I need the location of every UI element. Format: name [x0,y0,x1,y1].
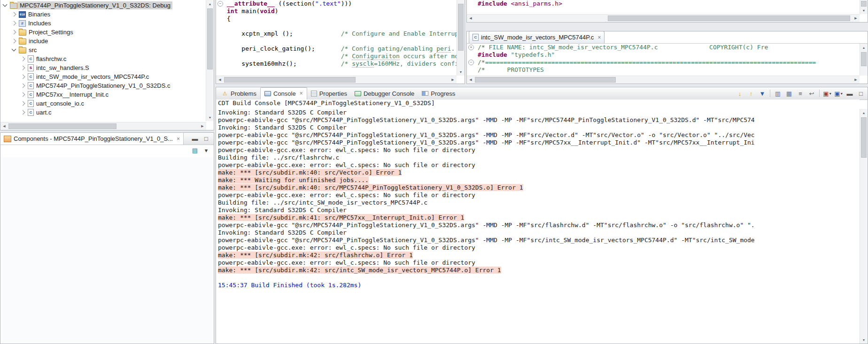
display-selected-console-button[interactable]: ▣▾ [822,89,832,98]
editor-right-top-code[interactable]: #include <ansi_parms.h> [467,0,860,14]
expand-arrow-icon[interactable] [12,30,16,35]
tree-item-mpc57xx-interrupt-init-c[interactable]: MPC57xx__Interrupt_Init.c [0,90,206,99]
code-line[interactable]: int main(void) [216,8,457,15]
tree-item-uart-c[interactable]: uart.c [0,108,206,117]
scroll-left-icon[interactable]: ◀ [0,122,8,130]
clear-console-button[interactable]: ▦ [784,89,794,98]
maximize-view-button[interactable]: □ [201,134,211,144]
tree-item-flashrchw-c[interactable]: flashrchw.c [0,54,206,63]
tree-item-binaries[interactable]: Binaries [0,10,206,19]
close-icon[interactable]: × [300,90,303,97]
expand-arrow-icon[interactable] [12,12,16,17]
dropdown-arrow-icon[interactable]: ▾ [829,92,831,96]
tab-debugger-console[interactable]: Debugger Console [351,87,418,99]
scroll-left-icon[interactable]: ◀ [467,15,474,22]
close-icon[interactable]: × [177,136,180,142]
editor-right-bottom-code[interactable]: +/* FILE NAME: intc_SW_mode_isr_vectors_… [467,44,860,76]
code-line[interactable]: −__attribute__ ((section(".text"))) [216,0,457,8]
code-line[interactable]: system160mhz(); /* sysclk=160MHz, divide… [216,60,457,68]
tree-item-uart-console-io-c[interactable]: uart_console_io.c [0,99,206,108]
fold-minus-icon[interactable]: − [468,60,474,65]
expand-arrow-icon[interactable] [21,110,25,115]
scroll-lock-button[interactable]: ≡ [795,89,806,98]
scroll-down-icon[interactable]: ▼ [457,68,465,76]
code-line[interactable]: #include <ansi_parms.h> [467,0,860,8]
tab-problems[interactable]: Problems [218,87,260,99]
collapse-arrow-icon[interactable] [12,47,16,52]
scroll-down-icon[interactable]: ▼ [860,7,868,14]
tree-item-include[interactable]: include [0,37,206,46]
editor-center-code[interactable]: −__attribute__ ((section(".text")))int m… [216,0,457,76]
tab-components[interactable]: Components - MPC5744P_PinToggleStationer… [0,133,184,145]
console-vertical-scrollbar[interactable]: ▲ ▼ [860,109,868,344]
editor-horizontal-scrollbar[interactable]: ◀ ▶ [467,76,860,84]
scroll-up-icon[interactable]: ▲ [860,44,868,51]
scrollbar-thumb[interactable] [224,77,356,83]
expand-arrow-icon[interactable] [12,21,16,26]
code-line[interactable]: +/* FILE NAME: intc_SW_mode_isr_vectors_… [467,44,860,51]
tab-intc-sw-mode-isr-vectors-file[interactable]: intc_SW_mode_isr_vectors_MPC5744P.c × [469,31,604,43]
scroll-left-icon[interactable]: ◀ [467,76,474,84]
code-line[interactable]: −/*=====================================… [467,59,860,66]
expand-arrow-icon[interactable] [21,92,25,97]
code-line[interactable]: /* PROTOTYPES [467,66,860,74]
console-output[interactable]: Invoking: Standard S32DS C Compilerpower… [216,109,860,344]
copy-build-log-button[interactable]: ▥ [773,89,783,98]
show-console-when-output-changes-button[interactable]: ▼ [757,89,767,98]
tab-progress[interactable]: Progress [418,87,459,99]
scroll-down-icon[interactable]: ▼ [860,336,868,344]
tree-item-project-settings[interactable]: Project_Settings [0,28,206,37]
code-line[interactable] [216,23,457,30]
expand-arrow-icon[interactable] [21,57,25,61]
editor-vertical-scrollbar[interactable]: ▼ [457,0,465,76]
code-line[interactable]: peri_clock_gating(); /* Config gating/en… [216,45,457,53]
code-line[interactable] [216,38,457,45]
word-wrap-button[interactable]: ↩ [806,89,817,98]
expand-arrow-icon[interactable] [21,101,25,106]
next-error-button[interactable]: ↓ [735,89,745,98]
scroll-right-icon[interactable]: ▶ [199,122,206,130]
tree-item-src[interactable]: src [0,46,206,54]
collapse-arrow-icon[interactable] [3,2,8,7]
open-console-button[interactable]: ▣▾ [833,89,844,98]
expand-arrow-icon[interactable] [21,75,25,79]
project-tree-vertical-scrollbar[interactable]: ▲ ▼ [206,0,214,121]
tab-console[interactable]: Console× [260,87,307,99]
tree-item-mpc5744p-pintogglestationery-v1-0-s32ds-debug[interactable]: MPC5744P_PinToggleStationery_V1_0_S32DS:… [0,1,206,10]
tree-item-includes[interactable]: Includes [0,19,206,28]
editor-vertical-scrollbar[interactable]: ▲ [860,44,868,76]
collapse-all-button[interactable]: ▤ [190,145,200,155]
close-icon[interactable]: × [597,34,601,41]
scrollbar-thumb[interactable] [8,123,116,129]
scrollbar-thumb[interactable] [608,15,850,21]
minimize-view-button[interactable]: ▬ [190,134,200,144]
scrollbar-thumb[interactable] [861,117,867,158]
tab-properties[interactable]: Properties [307,87,351,99]
fold-minus-icon[interactable]: − [217,1,223,7]
scrollbar-thumb[interactable] [458,4,464,51]
view-menu-button[interactable]: ▾ [201,145,211,155]
minimize-view-button[interactable]: ▬ [845,89,855,98]
scroll-up-icon[interactable]: ▲ [206,0,214,8]
editor-horizontal-scrollbar[interactable]: ◀ ▶ [467,14,860,22]
maximize-view-button[interactable]: □ [856,89,866,98]
scrollbar-thumb[interactable] [861,1,867,7]
scrollbar-thumb[interactable] [475,77,616,83]
code-line[interactable]: #include "typedefs.h" [467,51,860,59]
scroll-right-icon[interactable]: ▶ [852,76,860,84]
scrollbar-thumb[interactable] [861,52,867,66]
scroll-right-icon[interactable]: ▶ [449,76,457,84]
scroll-left-icon[interactable]: ◀ [216,76,224,84]
fold-plus-icon[interactable]: + [468,45,474,50]
tree-item-intc-sw-mode-isr-vectors-mpc5744p-c[interactable]: intc_SW_mode_isr_vectors_MPC5744P.c [0,72,206,81]
code-line[interactable]: /* Configuraiton occurs after mode t [216,53,457,60]
scroll-right-icon[interactable]: ▶ [852,15,860,22]
code-line[interactable]: { [216,15,457,23]
expand-arrow-icon[interactable] [21,66,25,70]
dropdown-arrow-icon[interactable]: ▾ [841,92,843,96]
scroll-up-icon[interactable]: ▲ [860,109,868,116]
tree-item-intc-sw-handlers-s[interactable]: intc_sw_handlers.S [0,63,206,72]
project-tree-horizontal-scrollbar[interactable]: ◀ ▶ [0,122,206,130]
code-line[interactable]: xcptn_xmpl (); /* Configure and Enable I… [216,30,457,38]
tree-item-mpc5744p-pintogglestationery-v1-0-s32ds-c[interactable]: MPC5744P_PinToggleStationery_V1_0_S32DS.… [0,81,206,90]
